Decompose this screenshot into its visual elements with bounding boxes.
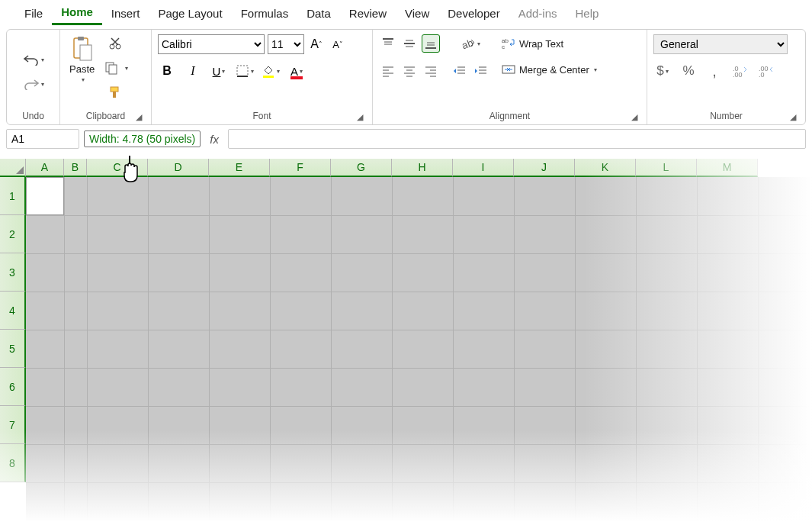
column-header[interactable]: D: [148, 159, 209, 177]
number-launcher-icon[interactable]: ◢: [790, 112, 799, 121]
column-header[interactable]: H: [392, 159, 453, 177]
name-box[interactable]: A1: [6, 129, 79, 149]
align-left-button[interactable]: [379, 62, 397, 80]
svg-rect-11: [263, 76, 274, 78]
group-label-alignment: Alignment: [489, 111, 530, 121]
tab-review[interactable]: Review: [340, 2, 396, 24]
column-header[interactable]: F: [270, 159, 331, 177]
row-header[interactable]: 6: [0, 368, 26, 406]
increase-indent-button[interactable]: [472, 62, 490, 80]
column-header[interactable]: A: [26, 159, 64, 177]
svg-rect-1: [78, 37, 84, 40]
svg-text:.0: .0: [759, 71, 765, 77]
tab-home[interactable]: Home: [52, 1, 102, 25]
bold-button[interactable]: B: [158, 62, 176, 80]
svg-rect-6: [109, 65, 117, 74]
tab-insert[interactable]: Insert: [102, 2, 149, 24]
row-header[interactable]: 1: [0, 177, 26, 215]
tab-formulas[interactable]: Formulas: [232, 2, 298, 24]
ribbon-tabs: File Home Insert Page Layout Formulas Da…: [0, 0, 812, 26]
fx-icon[interactable]: fx: [205, 133, 223, 146]
svg-rect-12: [290, 76, 303, 79]
increase-decimal-button[interactable]: .0.00: [731, 62, 749, 80]
merge-center-button[interactable]: Merge & Center ▾: [501, 60, 597, 79]
format-painter-button[interactable]: [106, 83, 124, 102]
group-label-number: Number: [710, 111, 743, 121]
svg-text:ab: ab: [461, 37, 474, 50]
column-header[interactable]: L: [636, 159, 697, 177]
column-header[interactable]: I: [453, 159, 514, 177]
svg-rect-2: [80, 45, 91, 60]
svg-rect-7: [111, 87, 118, 92]
group-label-font: Font: [252, 111, 271, 121]
paste-label: Paste: [69, 63, 95, 75]
underline-button[interactable]: U▾: [210, 62, 228, 80]
select-all-button[interactable]: [0, 159, 26, 177]
align-right-button[interactable]: [422, 62, 440, 80]
tab-addins[interactable]: Add-ins: [509, 2, 566, 24]
row-header[interactable]: 3: [0, 253, 26, 292]
formula-input[interactable]: [228, 129, 806, 149]
accounting-format-button[interactable]: $▾: [653, 62, 672, 80]
undo-button[interactable]: ▾: [23, 50, 44, 69]
svg-text:c: c: [502, 44, 505, 50]
align-bottom-button[interactable]: [422, 34, 440, 53]
wrap-text-label: Wrap Text: [519, 38, 563, 50]
decrease-indent-button[interactable]: [451, 62, 469, 80]
column-header[interactable]: G: [331, 159, 392, 177]
comma-format-button[interactable]: ,: [705, 62, 724, 80]
svg-rect-8: [113, 92, 116, 98]
row-header[interactable]: 4: [0, 292, 26, 330]
font-name-select[interactable]: Calibri: [158, 34, 265, 54]
decrease-decimal-button[interactable]: .00.0: [757, 62, 775, 80]
tab-page-layout[interactable]: Page Layout: [149, 2, 231, 24]
font-size-select[interactable]: 11: [268, 34, 304, 54]
increase-font-button[interactable]: A˄: [307, 35, 326, 53]
align-center-button[interactable]: [400, 62, 419, 80]
font-launcher-icon[interactable]: ◢: [357, 112, 366, 121]
borders-button[interactable]: ▾: [236, 62, 254, 80]
wrap-text-button[interactable]: abc Wrap Text: [501, 34, 563, 53]
formula-bar: A1 Width: 4.78 (50 pixels) fx: [6, 128, 806, 150]
merge-center-label: Merge & Center: [519, 64, 589, 76]
number-format-select[interactable]: General: [653, 34, 788, 54]
worksheet-grid: A B C D E F G H I J K L M 12345678: [0, 159, 812, 522]
tab-help[interactable]: Help: [566, 2, 608, 24]
row-header[interactable]: 7: [0, 406, 26, 444]
ribbon: ▾ ▾ Undo Paste ▾: [6, 29, 806, 125]
decrease-font-button[interactable]: A˅: [329, 35, 347, 53]
column-header[interactable]: B: [64, 159, 87, 177]
tab-data[interactable]: Data: [297, 2, 340, 24]
tab-view[interactable]: View: [396, 2, 438, 24]
paste-button[interactable]: Paste ▾: [66, 34, 98, 85]
orientation-button[interactable]: ab▾: [461, 34, 480, 53]
clipboard-launcher-icon[interactable]: ◢: [136, 112, 145, 121]
row-header[interactable]: 8: [0, 444, 26, 482]
row-header[interactable]: 2: [0, 215, 26, 253]
fill-color-button[interactable]: ▾: [262, 62, 280, 80]
group-label-clipboard: Clipboard: [86, 111, 125, 121]
align-middle-button[interactable]: [400, 34, 419, 53]
column-header[interactable]: M: [697, 159, 758, 177]
column-header[interactable]: K: [575, 159, 636, 177]
group-label-undo: Undo: [22, 111, 44, 121]
alignment-launcher-icon[interactable]: ◢: [631, 112, 640, 121]
tab-developer[interactable]: Developer: [438, 2, 509, 24]
percent-format-button[interactable]: %: [679, 62, 698, 80]
column-header[interactable]: E: [209, 159, 270, 177]
copy-button[interactable]: [102, 59, 120, 77]
tab-file[interactable]: File: [15, 2, 52, 24]
italic-button[interactable]: I: [184, 62, 202, 80]
redo-button[interactable]: ▾: [23, 75, 44, 93]
column-header[interactable]: C: [87, 159, 148, 177]
row-header[interactable]: 5: [0, 330, 26, 368]
font-color-button[interactable]: A ▾: [287, 62, 306, 80]
cut-button[interactable]: [106, 34, 124, 53]
svg-rect-9: [237, 66, 248, 76]
column-width-tooltip: Width: 4.78 (50 pixels): [84, 130, 201, 147]
align-top-button[interactable]: [379, 34, 397, 53]
column-header[interactable]: J: [514, 159, 575, 177]
svg-text:.00: .00: [733, 71, 743, 77]
